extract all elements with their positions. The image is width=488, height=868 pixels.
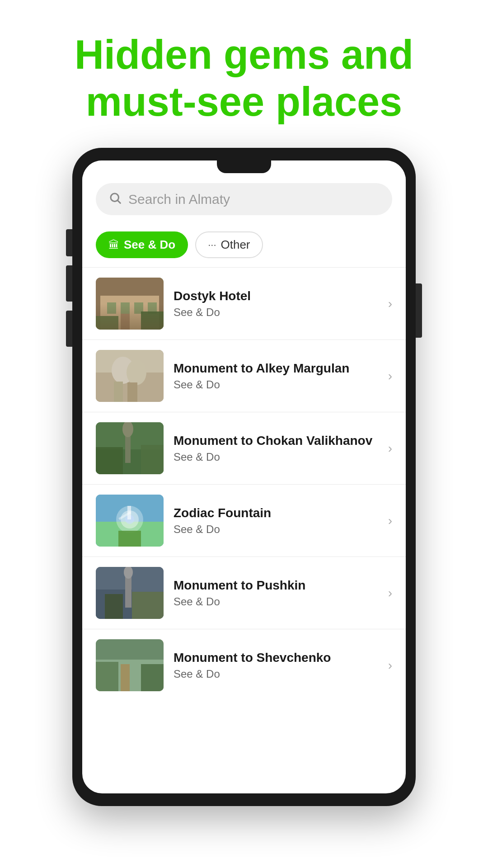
- item-title: Monument to Chokan Valikhanov: [174, 434, 378, 448]
- item-thumbnail-margulan: [96, 350, 164, 402]
- svg-line-1: [118, 201, 120, 203]
- item-title: Monument to Shevchenko: [174, 651, 378, 665]
- item-content: Monument to Chokan Valikhanov See & Do: [174, 434, 378, 463]
- filter-tabs: 🏛 See & Do ··· Other: [82, 224, 406, 267]
- tab-see-do[interactable]: 🏛 See & Do: [96, 231, 188, 258]
- svg-rect-9: [96, 316, 118, 330]
- item-subtitle: See & Do: [174, 306, 378, 319]
- svg-rect-16: [127, 382, 137, 402]
- chevron-right-icon: ›: [388, 297, 392, 311]
- tab-other[interactable]: ··· Other: [195, 231, 263, 258]
- chevron-right-icon: ›: [388, 586, 392, 600]
- item-title: Monument to Pushkin: [174, 578, 378, 593]
- volume-mute-button: [66, 229, 72, 256]
- chevron-right-icon: ›: [388, 514, 392, 528]
- search-placeholder-text: Search in Almaty: [128, 192, 230, 207]
- svg-rect-23: [141, 445, 164, 474]
- svg-rect-6: [134, 302, 143, 314]
- item-title: Monument to Alkey Margulan: [174, 361, 378, 376]
- list-item[interactable]: Monument to Shevchenko See & Do ›: [82, 629, 406, 696]
- search-area: Search in Almaty: [82, 160, 406, 224]
- item-title: Zodiac Fountain: [174, 506, 378, 520]
- list-item[interactable]: Monument to Chokan Valikhanov See & Do ›: [82, 412, 406, 484]
- search-icon: [108, 191, 122, 207]
- svg-rect-22: [96, 447, 123, 474]
- see-do-icon: 🏛: [108, 239, 119, 251]
- svg-rect-8: [121, 314, 130, 330]
- item-title: Dostyk Hotel: [174, 289, 378, 303]
- search-bar[interactable]: Search in Almaty: [96, 183, 392, 215]
- other-icon: ···: [208, 239, 216, 251]
- phone-screen: Search in Almaty 🏛 See & Do ··· Other: [82, 160, 406, 793]
- svg-rect-37: [105, 594, 123, 619]
- list-item[interactable]: Dostyk Hotel See & Do ›: [82, 268, 406, 340]
- item-subtitle: See & Do: [174, 668, 378, 680]
- svg-rect-34: [132, 592, 164, 619]
- tab-see-do-label: See & Do: [124, 238, 175, 252]
- item-thumbnail-chokan: [96, 422, 164, 474]
- item-subtitle: See & Do: [174, 595, 378, 608]
- svg-rect-7: [148, 302, 157, 314]
- chevron-right-icon: ›: [388, 658, 392, 673]
- svg-rect-41: [121, 664, 130, 691]
- svg-point-14: [127, 360, 146, 385]
- svg-rect-42: [96, 662, 118, 691]
- headline-line1: Hidden gems and: [75, 32, 413, 77]
- item-thumbnail-pushkin: [96, 567, 164, 619]
- item-thumbnail-shevchenko: [96, 639, 164, 691]
- item-content: Monument to Alkey Margulan See & Do: [174, 361, 378, 391]
- chevron-right-icon: ›: [388, 369, 392, 383]
- item-thumbnail-dostyk: [96, 278, 164, 330]
- svg-rect-5: [121, 302, 130, 314]
- list-item[interactable]: Zodiac Fountain See & Do ›: [82, 485, 406, 557]
- places-list: Dostyk Hotel See & Do ›: [82, 268, 406, 696]
- item-content: Dostyk Hotel See & Do: [174, 289, 378, 319]
- item-content: Zodiac Fountain See & Do: [174, 506, 378, 536]
- volume-down-button: [66, 311, 72, 347]
- tab-other-label: Other: [221, 238, 250, 252]
- svg-rect-3: [100, 296, 159, 330]
- svg-rect-10: [141, 311, 164, 330]
- svg-rect-31: [118, 531, 141, 547]
- chevron-right-icon: ›: [388, 441, 392, 456]
- item-subtitle: See & Do: [174, 523, 378, 536]
- svg-rect-2: [96, 278, 164, 330]
- phone-frame: Search in Almaty 🏛 See & Do ··· Other: [72, 148, 416, 806]
- item-subtitle: See & Do: [174, 451, 378, 463]
- headline-line2: must-see places: [86, 79, 402, 124]
- item-content: Monument to Shevchenko See & Do: [174, 651, 378, 680]
- list-item[interactable]: Monument to Alkey Margulan See & Do ›: [82, 340, 406, 412]
- svg-rect-15: [114, 382, 123, 402]
- svg-rect-43: [141, 664, 164, 691]
- volume-up-button: [66, 265, 72, 302]
- svg-rect-4: [107, 302, 116, 314]
- item-thumbnail-zodiac: [96, 495, 164, 547]
- item-subtitle: See & Do: [174, 378, 378, 391]
- headline-section: Hidden gems and must-see places: [0, 0, 488, 148]
- item-content: Monument to Pushkin See & Do: [174, 578, 378, 608]
- list-item[interactable]: Monument to Pushkin See & Do ›: [82, 557, 406, 629]
- power-button: [416, 283, 422, 338]
